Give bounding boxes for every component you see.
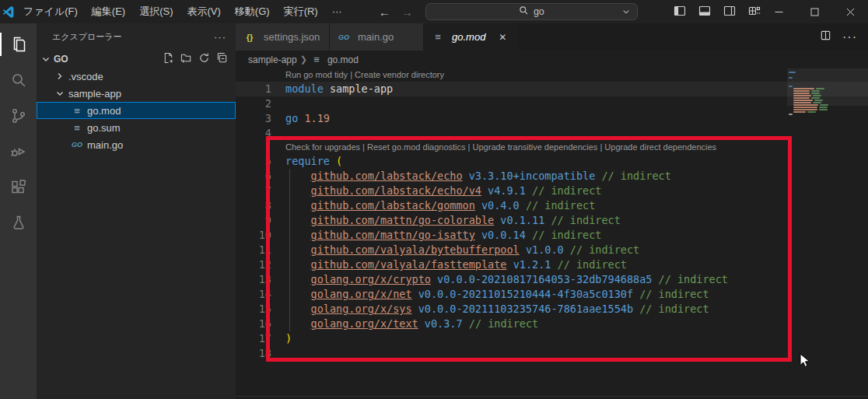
codelens-link[interactable]: Check for upgrades [285,141,360,154]
gomod-file-icon: ≡ [71,105,83,117]
tab-main.go[interactable]: GOmain.go [330,23,423,51]
explorer-more-actions-icon[interactable]: ··· [214,31,226,43]
codelens-link[interactable]: Upgrade direct dependencies [604,141,716,154]
chevron-down-icon[interactable] [621,7,631,19]
breadcrumb-folder[interactable]: sample-app [248,54,297,65]
activitybar-item-run-debug[interactable] [0,134,37,170]
tree-item-sample-app[interactable]: sample-app [37,85,236,102]
close-button[interactable] [832,0,868,23]
refresh-icon[interactable] [198,52,210,66]
vscode-window: ファイル(F)編集(E)選択(S)表示(V)移動(G)実行(R)··· ← → … [0,0,868,399]
code-editor[interactable]: Run go mod tidy | Create vendor director… [236,68,868,399]
activitybar-item-source-control[interactable] [0,98,37,134]
minimap[interactable] [789,68,860,115]
codelens-row: Run go mod tidy | Create vendor director… [236,68,868,82]
menu-item[interactable]: ··· [325,0,349,23]
menu-item[interactable]: 移動(G) [228,0,277,23]
json-file-icon: {} [243,33,256,42]
line-number: 8 [236,198,271,213]
code-line-9[interactable]: 9 github.com/mattn/go-colorable v0.1.11 … [236,213,868,228]
tab-label: settings.json [264,31,320,43]
breadcrumb-file[interactable]: go.mod [327,54,359,65]
tab-label: go.mod [452,31,485,43]
code-line-5[interactable]: 5require ( [236,154,868,169]
menu-item[interactable]: 選択(S) [132,0,180,23]
mouse-cursor-icon [800,353,814,371]
tree-item-label: main.go [87,139,123,151]
codelens-link[interactable]: Run go mod tidy [285,68,348,82]
menu-item[interactable]: ファイル(F) [16,0,85,23]
code-line-16[interactable]: 16 golang.org/x/text v0.3.7 // indirect [236,317,868,331]
code-line-12[interactable]: 12 github.com/valyala/fasttemplate v1.2.… [236,257,868,272]
toggle-panel-icon[interactable] [698,5,711,19]
toggle-secondary-sidebar-icon[interactable] [723,5,736,19]
tree-item-label: .vscode [68,71,103,82]
tab-go.mod[interactable]: ≡go.mod✕ [424,23,517,51]
tree-item-.vscode[interactable]: .vscode [37,68,236,85]
code-line-13[interactable]: 13 golang.org/x/crypto v0.0.0-2021081716… [236,272,868,287]
module-path-link[interactable]: golang.org/x/text [311,317,418,331]
codelens-link[interactable]: Reset go.mod diagnostics [367,141,466,154]
module-path-link[interactable]: github.com/valyala/fasttemplate [311,257,507,272]
tree-item-go.mod[interactable]: ≡go.mod [37,102,236,119]
module-path-link[interactable]: golang.org/x/sys [311,302,412,317]
code-line-3[interactable]: 3go 1.19 [236,111,868,126]
code-line-18[interactable]: 18 [236,346,868,361]
code-line-2[interactable]: 2 [236,96,868,111]
code-line-15[interactable]: 15 golang.org/x/sys v0.0.0-2021110323574… [236,302,868,317]
new-folder-icon[interactable] [180,52,192,66]
folder-section-header[interactable]: GO [37,51,236,68]
tree-item-label: sample-app [68,88,121,100]
search-input[interactable]: go [425,3,638,20]
code-line-7[interactable]: 7 github.com/labstack/echo/v4 v4.9.1 // … [236,184,868,198]
editor-bottom-separator [236,396,868,397]
activitybar-item-explorer[interactable] [0,26,37,62]
activitybar-item-extensions[interactable] [0,170,37,205]
title-bar: ファイル(F)編集(E)選択(S)表示(V)移動(G)実行(R)··· ← → … [0,0,868,23]
collapse-all-icon[interactable] [216,52,228,66]
code-line-4[interactable]: 4 [236,126,868,141]
code-line-6[interactable]: 6 github.com/labstack/echo v3.3.10+incom… [236,169,868,184]
chevron-down-icon [40,53,52,65]
activitybar-item-testing[interactable] [0,205,37,241]
module-path-link[interactable]: github.com/mattn/go-colorable [311,213,495,228]
close-tab-icon[interactable]: ✕ [496,32,509,43]
split-editor-icon[interactable] [820,30,831,44]
line-number: 18 [236,346,271,361]
code-line-14[interactable]: 14 golang.org/x/net v0.0.0-2021101521044… [236,287,868,302]
nav-back-button[interactable]: ← [379,5,390,19]
new-file-icon[interactable] [163,52,174,66]
code-line-1[interactable]: 1module sample-app [236,82,868,96]
toggle-primary-sidebar-icon[interactable] [674,5,686,19]
line-number: 16 [236,317,271,331]
codelens-link[interactable]: Create vendor directory [355,68,444,82]
line-number: 1 [236,82,271,96]
module-path-link[interactable]: golang.org/x/crypto [311,272,431,287]
customize-layout-icon[interactable] [748,5,761,19]
minimize-button[interactable] [761,0,796,23]
code-line-8[interactable]: 8 github.com/labstack/gommon v0.4.0 // i… [236,198,868,213]
code-line-11[interactable]: 11 github.com/valyala/bytebufferpool v1.… [236,243,868,257]
tab-settings.json[interactable]: {}settings.json [236,23,329,51]
module-path-link[interactable]: github.com/labstack/echo [311,169,463,184]
module-path-link[interactable]: golang.org/x/net [311,287,412,302]
activitybar-item-search[interactable] [0,62,37,98]
module-path-link[interactable]: github.com/valyala/bytebufferpool [311,243,520,257]
menu-item[interactable]: 編集(E) [85,0,132,23]
module-path-link[interactable]: github.com/mattn/go-isatty [311,228,475,243]
tree-item-main.go[interactable]: GOmain.go [37,136,236,153]
go-file-icon: GO [338,33,350,41]
code-line-10[interactable]: 10 github.com/mattn/go-isatty v0.0.14 //… [236,228,868,243]
editor-more-actions-icon[interactable]: ··· [842,30,857,44]
breadcrumb: sample-app ❯ ≡ go.mod [236,51,868,68]
tree-item-go.sum[interactable]: ≡go.sum [37,119,236,136]
code-line-17[interactable]: 17) [236,331,868,346]
menu-item[interactable]: 表示(V) [180,0,228,23]
module-path-link[interactable]: github.com/labstack/gommon [311,198,475,213]
nav-forward-button[interactable]: → [401,5,413,19]
gomod-file-icon: ≡ [432,31,444,43]
module-path-link[interactable]: github.com/labstack/echo/v4 [311,184,481,198]
maximize-button[interactable] [796,0,832,23]
menu-item[interactable]: 実行(R) [277,0,325,23]
codelens-link[interactable]: Upgrade transitive dependencies [473,141,598,154]
